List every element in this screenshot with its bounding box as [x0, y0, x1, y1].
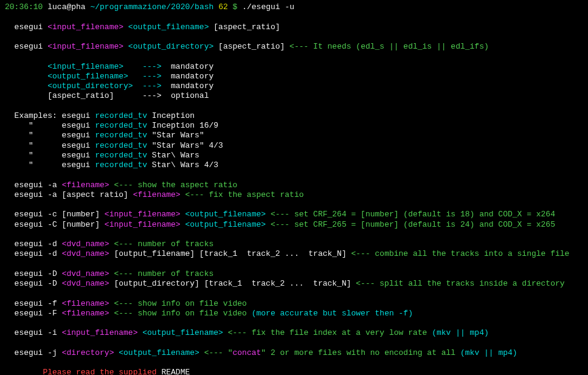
opt-D-split: esegui -D <dvd_name> [output_directory] … [5, 279, 583, 289]
example-4: " esegui recorded_tv "Star Wars" 4/3 [5, 141, 583, 151]
blank [5, 339, 583, 348]
usage-2: esegui <input_filename> <output_director… [5, 42, 583, 52]
readme-line: Please read the supplied README [5, 368, 583, 375]
blank [5, 260, 583, 269]
blank [5, 12, 583, 22]
example-5: " esegui recorded_tv Star\ Wars [5, 151, 583, 160]
prompt-dollar: $ [233, 2, 238, 12]
prompt-num: 62 [218, 2, 228, 12]
opt-D-count: esegui -D <dvd_name> <--- number of trac… [5, 269, 583, 279]
opt-d-combine: esegui -d <dvd_name> [output_filename] [… [5, 249, 583, 259]
blank [5, 289, 583, 298]
blank [5, 230, 583, 239]
opt-a-show: esegui -a <filename> <--- show the aspec… [5, 181, 583, 190]
example-1: Examples: esegui recorded_tv Inception [5, 111, 583, 121]
blank [5, 318, 583, 328]
blank [5, 170, 583, 180]
prompt-line[interactable]: 20:36:10 luca@pha ~/programmazione/2020/… [5, 2, 583, 12]
usage-1: esegui <input_filename> <output_filename… [5, 22, 583, 32]
opt-a-fix: esegui -a [aspect ratio] <filename> <---… [5, 190, 583, 200]
param-aspect: [aspect_ratio] ---> optional [5, 91, 583, 101]
example-6: " esegui recorded_tv Star\ Wars 4/3 [5, 160, 583, 170]
command: ./esegui -u [242, 2, 294, 12]
opt-f: esegui -f <filename> <--- show info on f… [5, 299, 583, 309]
example-3: " esegui recorded_tv "Star Wars" [5, 131, 583, 140]
blank [5, 200, 583, 210]
blank [5, 101, 583, 111]
blank [5, 358, 583, 368]
opt-F: esegui -F <filename> <--- show info on f… [5, 309, 583, 318]
opt-j: esegui -j <directory> <output_filename> … [5, 348, 583, 358]
blank [5, 52, 583, 61]
opt-i: esegui -i <input_filename> <output_filen… [5, 328, 583, 338]
opt-c: esegui -c [number] <input_filename> <out… [5, 210, 583, 219]
user-host: luca@pha [47, 2, 85, 12]
example-2: " esegui recorded_tv Inception 16/9 [5, 121, 583, 131]
param-input: <input_filename> ---> mandatory [5, 62, 583, 72]
opt-d-count: esegui -d <dvd_name> <--- number of trac… [5, 239, 583, 249]
blank [5, 32, 583, 42]
param-output-dir: <output_directory> ---> mandatory [5, 81, 583, 91]
time: 20:36:10 [5, 2, 43, 12]
param-output-file: <output_filename> ---> mandatory [5, 72, 583, 81]
opt-C: esegui -C [number] <input_filename> <out… [5, 220, 583, 230]
path: ~/programmazione/2020/bash [90, 2, 213, 12]
